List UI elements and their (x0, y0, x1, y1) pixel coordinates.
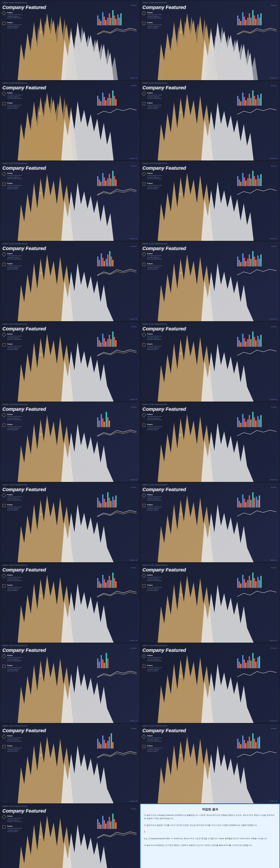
slide-top-label: SMART SLIDE PRESENTATION (2, 2, 27, 3)
slide-13: SMART SLIDE PRESENTATION Company Feature… (0, 482, 140, 562)
slide-2-title: Company Featured (142, 5, 186, 10)
slide-9: SMART SLIDE PRESENTATION Company Feature… (0, 321, 140, 402)
slide-19: SMART SLIDE PRESENTATION Company Feature… (0, 723, 140, 804)
text-highlight: E (144, 831, 145, 833)
slide-18: SMART SLIDE PRESENTATION Company Feature… (140, 643, 280, 723)
gold-marker (39, 31, 42, 33)
feature-1-title: Future (7, 11, 22, 13)
diamond-icon (2, 11, 6, 16)
slide-5: SMART SLIDE PRESENTATION Company Feature… (0, 161, 140, 241)
slide-11: SMART SLIDE PRESENTATION Company Feature… (0, 402, 140, 482)
brand-label: PicDeck (130, 77, 135, 79)
slide-4: SMART SLIDE PRESENTATION Company Feature… (140, 80, 280, 161)
chart-label: Summary (131, 5, 137, 6)
slide-15: SMART SLIDE PRESENTATION Company Feature… (0, 562, 140, 643)
main-grid: SMART SLIDE PRESENTATION Company Feature… (0, 0, 280, 868)
slide-14: SMART SLIDE PRESENTATION Company Feature… (140, 482, 280, 562)
slide-title: Company Featured (2, 5, 46, 10)
slide-10: SMART SLIDE PRESENTATION Company Feature… (140, 321, 280, 402)
square-icon (2, 22, 5, 25)
slide-2-top-label: SMART SLIDE PRESENTATION (142, 2, 167, 3)
feature-1-text: Future Lorem ipsum dolor sit ametconsect… (7, 11, 22, 19)
slide-16: SMART SLIDE PRESENTATION Company Feature… (140, 562, 280, 643)
bar-chart (97, 8, 137, 25)
feature-item-1: Future Lorem ipsum dolor sit ametconsect… (2, 11, 22, 19)
slide-2: SMART SLIDE PRESENTATION Company Feature… (140, 0, 280, 80)
slide-6: SMART SLIDE PRESENTATION Company Feature… (140, 161, 280, 241)
slide-12: SMART SLIDE PRESENTATION Company Feature… (140, 402, 280, 482)
feature-1-desc: Lorem ipsum dolor sit ametconsectetur ad… (7, 14, 22, 19)
feature-2-title: Future (7, 22, 22, 24)
feature-2-desc: Lorem ipsum dolor sit ametconsectetur ad… (7, 24, 22, 29)
slide-3: SMART SLIDE PRESENTATION Company Feature… (0, 80, 140, 161)
slide-8: SMART SLIDE PRESENTATION Company Feature… (140, 241, 280, 321)
brand-heart-icon: ♥ (135, 77, 137, 79)
slide-7: SMART SLIDE PRESENTATION Company Feature… (0, 241, 140, 321)
slide-1: SMART SLIDE PRESENTATION Company Feature… (0, 0, 140, 80)
slide-brand: PicDeck ♥ (130, 77, 137, 79)
slide-20: SMART SLIDE PRESENTATION Company Feature… (140, 723, 280, 804)
slide-21: SMART SLIDE PRESENTATION Company Feature… (0, 804, 140, 868)
text-panel-slide: 작업된 결과 이 슬라이드는 Company Featured 프레젠테이션 템… (140, 804, 280, 868)
feature-2-text: Future Lorem ipsum dolor sit ametconsect… (7, 22, 22, 29)
text-panel-title: 작업된 결과 (144, 807, 276, 811)
slide-17: SMART SLIDE PRESENTATION Company Feature… (0, 643, 140, 723)
chart-area: Summary (97, 5, 137, 39)
feature-items: Future Lorem ipsum dolor sit ametconsect… (2, 11, 22, 32)
feature-item-2: Future Lorem ipsum dolor sit ametconsect… (2, 22, 22, 29)
text-panel-body: 이 슬라이드는 Company Featured 프레젠테이션 템플릿입니다. … (144, 814, 276, 847)
slide-2-features: FutureLorem ipsum dolor sit ametconsecte… (142, 11, 162, 32)
